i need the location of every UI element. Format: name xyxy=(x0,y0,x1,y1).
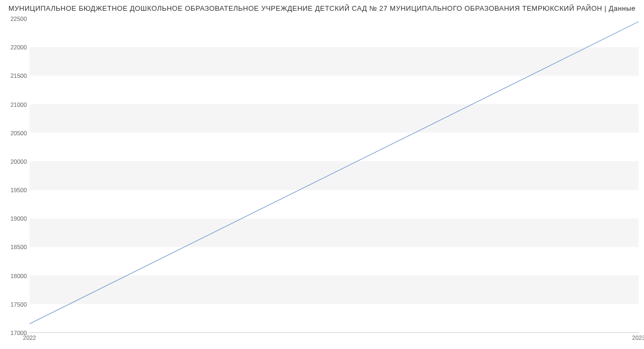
y-tick-label: 18000 xyxy=(5,273,27,279)
y-tick-label: 21000 xyxy=(5,101,27,108)
x-tick-label: 2022 xyxy=(23,335,36,341)
y-tick-label: 19500 xyxy=(5,187,27,193)
line-chart-svg xyxy=(30,19,639,332)
data-line xyxy=(30,21,639,324)
chart-title: МУНИЦИПАЛЬНОЕ БЮДЖЕТНОЕ ДОШКОЛЬНОЕ ОБРАЗ… xyxy=(0,0,644,14)
y-tick-label: 22500 xyxy=(5,16,27,22)
y-tick-label: 21500 xyxy=(5,72,27,79)
y-axis: 1700017500180001850019000195002000020500… xyxy=(5,19,27,333)
x-tick-label: 2023 xyxy=(632,335,644,341)
plot-area xyxy=(30,19,639,333)
y-tick-label: 20500 xyxy=(5,130,27,136)
y-tick-label: 17500 xyxy=(5,301,27,308)
y-tick-label: 20000 xyxy=(5,158,27,165)
y-tick-label: 22000 xyxy=(5,44,27,50)
chart-container: 1700017500180001850019000195002000020500… xyxy=(30,19,639,333)
y-tick-label: 19000 xyxy=(5,215,27,222)
y-tick-label: 18500 xyxy=(5,244,27,250)
x-axis: 20222023 xyxy=(30,333,639,344)
